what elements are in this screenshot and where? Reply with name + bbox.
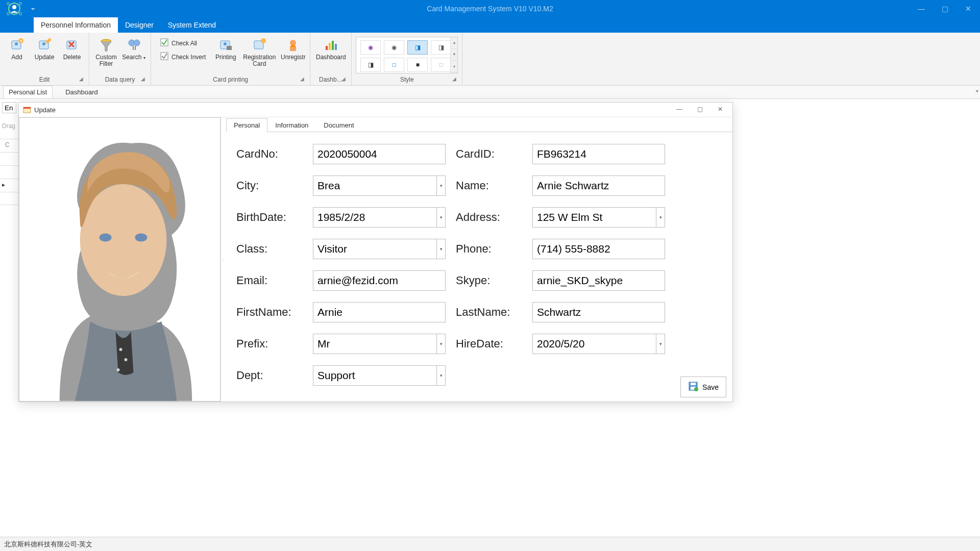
maximize-button[interactable]: ▢	[933, 0, 957, 17]
drag-hint: Drag	[0, 113, 18, 139]
svg-rect-20	[227, 46, 232, 50]
tab-personnel-information[interactable]: Personnel Information	[34, 17, 118, 33]
minimize-button[interactable]: —	[910, 0, 933, 17]
style-item[interactable]: ◉	[360, 40, 381, 55]
hiredate-field[interactable]	[532, 334, 665, 354]
style-item[interactable]: ■	[407, 58, 428, 72]
tab-document[interactable]: Document	[316, 118, 361, 132]
skype-label: Skype:	[456, 274, 522, 287]
svg-point-22	[261, 38, 266, 43]
tab-designer[interactable]: Designer	[118, 17, 161, 33]
chevron-down-icon[interactable]: ▾	[656, 334, 665, 354]
style-gallery[interactable]: ◉ ◉ ◨ ◨ ◨ □ ■ □ ▲▼▾	[356, 37, 458, 73]
city-label: City:	[236, 179, 303, 192]
printing-icon	[217, 37, 234, 53]
lastname-field[interactable]	[532, 302, 665, 322]
save-button[interactable]: Save	[680, 377, 726, 397]
tab-dashboard[interactable]: Dashboard	[60, 86, 104, 98]
tab-information[interactable]: Information	[267, 118, 316, 132]
dialog-titlebar[interactable]: Update — ▢ ✕	[19, 103, 732, 117]
status-text: 北京斯科德科技有限公司-英文	[4, 540, 92, 549]
style-item[interactable]: ◨	[360, 58, 381, 72]
phone-field[interactable]	[532, 239, 665, 259]
unregistr-button[interactable]: Unregistr	[280, 35, 306, 63]
close-button[interactable]: ✕	[957, 0, 980, 17]
svg-rect-5	[19, 13, 21, 15]
style-item[interactable]: ◨	[431, 40, 451, 55]
skype-field[interactable]	[532, 270, 665, 291]
class-field[interactable]	[313, 239, 446, 259]
chevron-down-icon[interactable]: ▾	[656, 207, 665, 228]
svg-point-1	[12, 5, 16, 9]
svg-point-11	[42, 42, 45, 45]
svg-text:✦: ✦	[19, 39, 23, 43]
check-invert-button[interactable]: Check Invert	[157, 51, 209, 63]
delete-button[interactable]: Delete	[59, 35, 85, 63]
edit-launcher-icon[interactable]: ◢	[78, 76, 85, 83]
save-icon	[688, 381, 698, 393]
update-button[interactable]: Update	[32, 35, 57, 63]
filter-icon	[98, 37, 114, 53]
firstname-field[interactable]	[313, 302, 446, 322]
filter-input[interactable]	[2, 102, 16, 113]
app-icon[interactable]	[0, 0, 29, 17]
splitter-handle[interactable]: ⋮	[221, 257, 223, 262]
printing-button[interactable]: Printing	[213, 35, 238, 63]
svg-point-36	[119, 348, 122, 351]
custom-filter-button[interactable]: Custom Filter	[93, 35, 119, 69]
chevron-down-icon[interactable]: ▾	[436, 334, 446, 354]
dashboard-icon	[323, 37, 339, 53]
birthdate-field[interactable]	[313, 207, 446, 228]
chevron-down-icon[interactable]: ▾	[436, 207, 446, 228]
chevron-down-icon[interactable]: ▾	[436, 239, 446, 259]
style-launcher-icon[interactable]: ◢	[451, 76, 458, 83]
dialog-maximize-button[interactable]: ▢	[690, 103, 710, 116]
check-icon	[160, 38, 168, 48]
check-all-button[interactable]: Check All	[157, 37, 209, 49]
tab-personal-list[interactable]: Personal List	[3, 86, 53, 98]
tab-personal[interactable]: Personal	[226, 118, 267, 132]
gallery-scroll[interactable]: ▲▼▾	[450, 37, 457, 73]
cardno-field[interactable]	[313, 144, 446, 164]
style-item[interactable]: □	[431, 58, 451, 72]
style-item[interactable]: ◉	[384, 40, 404, 55]
chevron-down-icon[interactable]: ▾	[436, 176, 446, 196]
ribbon-tab-strip: Personnel Information Designer System Ex…	[0, 17, 980, 33]
dialog-title: Update	[34, 106, 56, 114]
dialog-close-button[interactable]: ✕	[710, 103, 730, 116]
email-field[interactable]	[313, 270, 446, 291]
dialog-icon	[23, 106, 31, 114]
svg-rect-28	[332, 41, 334, 50]
svg-rect-4	[7, 13, 9, 15]
edit-person-icon	[36, 37, 53, 53]
ribbon: ✦ Add Update Delete Edit◢ Custom Filter …	[0, 33, 980, 86]
grid-row	[0, 152, 18, 165]
city-field[interactable]	[313, 176, 446, 196]
add-button[interactable]: ✦ Add	[4, 35, 30, 63]
background-grid: Drag C ▸	[0, 99, 18, 536]
dashboard-button[interactable]: Dashboard	[314, 35, 347, 63]
tab-system-extend[interactable]: System Extend	[161, 17, 223, 33]
qat-dropdown-icon[interactable]: ⏷	[31, 6, 36, 12]
dialog-minimize-button[interactable]: —	[669, 103, 690, 116]
svg-rect-26	[326, 46, 328, 50]
chevron-down-icon[interactable]: ▾	[436, 365, 446, 386]
prefix-field[interactable]	[313, 334, 446, 354]
dept-field[interactable]	[313, 365, 446, 386]
document-tabs: Personal List Dashboard ◂	[0, 86, 980, 99]
ribbon-group-data-query: Custom Filter Search ▾ Data query◢	[89, 33, 151, 85]
cp-launcher-icon[interactable]: ◢	[299, 76, 306, 83]
address-field[interactable]	[532, 207, 665, 228]
cardid-field[interactable]	[532, 144, 665, 164]
dq-launcher-icon[interactable]: ◢	[139, 76, 146, 83]
tab-nav-arrow[interactable]: ◂	[975, 88, 978, 93]
style-item[interactable]: □	[384, 58, 404, 72]
photo-panel[interactable]	[19, 117, 221, 402]
grid-row-indicator: ▸	[0, 179, 18, 192]
search-button[interactable]: Search ▾	[121, 35, 146, 63]
registration-card-button[interactable]: Registration Card	[240, 35, 278, 69]
db-launcher-icon[interactable]: ◢	[340, 76, 347, 83]
style-item[interactable]: ◨	[407, 40, 428, 55]
class-label: Class:	[236, 242, 303, 256]
name-field[interactable]	[532, 176, 665, 196]
